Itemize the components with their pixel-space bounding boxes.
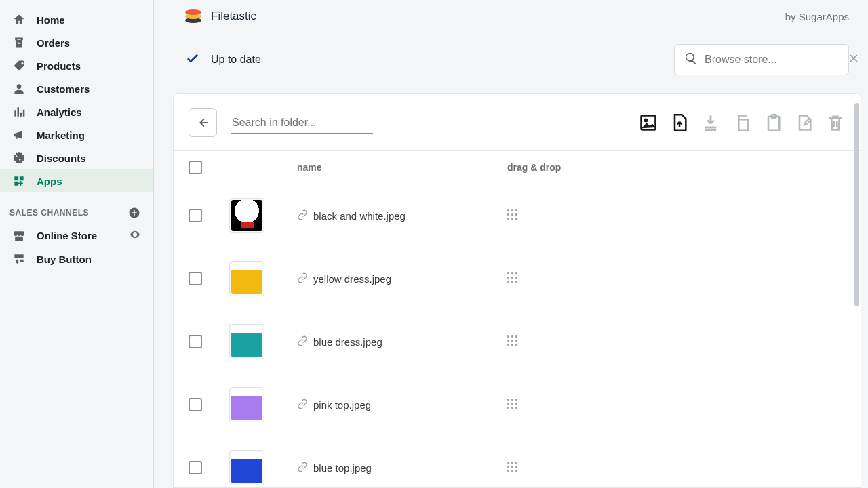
image-tool-button[interactable] [638, 113, 658, 133]
nav-label: Orders [37, 37, 70, 49]
nav-label: Analytics [37, 106, 82, 118]
file-thumbnail[interactable] [229, 387, 264, 422]
link-icon [297, 399, 308, 411]
drag-handle-icon[interactable] [507, 336, 519, 348]
file-name[interactable]: black and white.jpeg [313, 210, 406, 222]
row-checkbox[interactable] [189, 209, 202, 222]
column-headers: name drag & drop [174, 151, 861, 184]
sidebar: Home Orders Products Customers Analytics… [0, 0, 154, 488]
file-row: blue top.jpeg [174, 436, 861, 488]
clear-browse-icon[interactable] [847, 52, 861, 68]
app-title: Filetastic [211, 9, 256, 23]
scrollbar[interactable] [854, 103, 859, 306]
nav-analytics[interactable]: Analytics [0, 100, 153, 123]
apps-icon [12, 174, 26, 188]
upload-file-button[interactable] [669, 113, 690, 133]
svg-point-2 [644, 119, 648, 122]
folder-search-input[interactable] [231, 113, 373, 134]
buy-button-icon [12, 252, 26, 266]
panel-toolbar [174, 102, 861, 145]
nav-home[interactable]: Home [0, 8, 153, 31]
discount-icon [12, 151, 26, 165]
link-icon [297, 462, 308, 474]
row-checkbox[interactable] [189, 461, 202, 474]
view-store-icon[interactable] [129, 228, 141, 243]
drag-handle-icon[interactable] [507, 272, 519, 285]
file-row: yellow dress.jpeg [174, 247, 861, 310]
link-icon [297, 272, 308, 285]
column-drag: drag & drop [507, 162, 589, 173]
nav-marketing[interactable]: Marketing [0, 123, 153, 146]
toolbar-actions [638, 113, 846, 133]
megaphone-icon [12, 128, 26, 142]
svg-rect-3 [738, 119, 748, 130]
file-thumbnail[interactable] [229, 261, 264, 296]
row-checkbox[interactable] [189, 335, 202, 348]
select-all-checkbox[interactable] [189, 161, 202, 174]
download-button[interactable] [701, 113, 721, 133]
browse-store-box [674, 44, 849, 75]
nav-label: Products [37, 60, 81, 72]
nav-orders[interactable]: Orders [0, 31, 153, 54]
app-logo-icon [185, 9, 201, 23]
copy-button[interactable] [732, 113, 752, 133]
nav-products[interactable]: Products [0, 54, 153, 77]
nav-apps[interactable]: Apps [0, 169, 153, 192]
sidebar-resize-handle[interactable] [151, 0, 156, 488]
analytics-icon [12, 105, 26, 119]
home-icon [12, 13, 26, 26]
channel-online-store[interactable]: Online Store [0, 224, 153, 247]
nav-label: Customers [37, 83, 90, 95]
person-icon [12, 82, 26, 96]
nav-label: Home [37, 14, 65, 26]
channel-buy-button[interactable]: Buy Button [0, 247, 153, 270]
search-icon [684, 52, 698, 68]
nav-customers[interactable]: Customers [0, 77, 153, 100]
rename-button[interactable] [794, 113, 814, 133]
app-header: Filetastic by SugarApps [166, 0, 868, 33]
paste-button[interactable] [763, 113, 783, 133]
file-row: blue dress.jpeg [174, 310, 861, 373]
status-row: Up to date [166, 33, 868, 86]
nav-label: Marketing [37, 129, 85, 141]
file-name[interactable]: blue top.jpeg [313, 462, 372, 474]
file-thumbnail[interactable] [229, 324, 264, 359]
channel-label: Online Store [37, 230, 97, 241]
channel-label: Buy Button [37, 253, 92, 265]
file-row: black and white.jpeg [174, 184, 861, 247]
check-icon [185, 51, 200, 68]
drag-handle-icon[interactable] [507, 399, 519, 411]
row-checkbox[interactable] [189, 272, 202, 285]
row-checkbox[interactable] [189, 398, 202, 411]
file-name[interactable]: yellow dress.jpeg [313, 273, 391, 285]
status-text: Up to date [211, 54, 261, 66]
add-channel-button[interactable] [127, 206, 141, 220]
file-row: pink top.jpeg [174, 373, 861, 436]
back-button[interactable] [189, 108, 217, 137]
section-label: SALES CHANNELS [9, 208, 89, 218]
main: Filetastic by SugarApps Up to date [154, 0, 868, 488]
tag-icon [12, 59, 26, 73]
nav-discounts[interactable]: Discounts [0, 146, 153, 169]
column-name: name [297, 162, 507, 173]
browse-store-input[interactable] [705, 54, 840, 66]
orders-icon [12, 36, 26, 49]
delete-button[interactable] [825, 113, 846, 133]
sales-channels-header: SALES CHANNELS [0, 192, 153, 224]
file-panel: name drag & drop black and white.jpeg ye… [173, 93, 861, 488]
file-name[interactable]: pink top.jpeg [313, 399, 371, 411]
link-icon [297, 209, 308, 222]
drag-handle-icon[interactable] [507, 209, 519, 222]
app-byline: by SugarApps [785, 11, 849, 22]
nav-label: Apps [37, 176, 62, 187]
drag-handle-icon[interactable] [507, 462, 519, 474]
store-icon [12, 229, 26, 243]
link-icon [297, 336, 308, 348]
nav-label: Discounts [37, 152, 86, 164]
file-thumbnail[interactable] [229, 450, 264, 485]
file-thumbnail[interactable] [229, 198, 264, 233]
file-name[interactable]: blue dress.jpeg [313, 336, 382, 348]
